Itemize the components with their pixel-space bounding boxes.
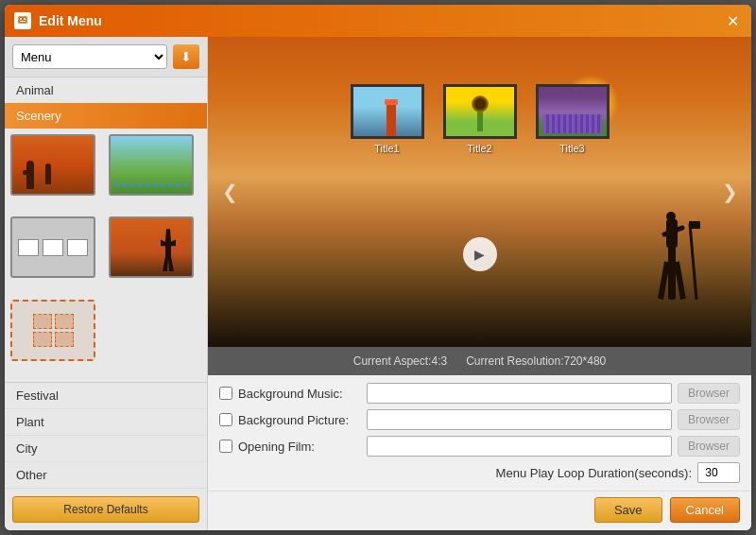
bottom-categories: Festival Plant City Other Restore Defaul… [5, 382, 207, 530]
thumb-desert[interactable] [10, 134, 95, 196]
bg-music-browser-btn[interactable]: Browser [678, 383, 740, 404]
top-category-list: Animal Scenery [5, 78, 207, 129]
opening-film-row: Opening Film: Browser [219, 436, 740, 457]
preview-thumb-3: Title3 [536, 84, 610, 154]
category-city[interactable]: City [5, 436, 207, 462]
edit-menu-dialog: Edit Menu ✕ Menu Menu 2 Menu 3 ⬇ Animal … [5, 5, 751, 530]
status-aspect: Current Aspect:4:3 [353, 354, 447, 368]
category-plant[interactable]: Plant [5, 409, 207, 436]
thumb-label-2: Title2 [467, 143, 492, 154]
save-button[interactable]: Save [594, 497, 662, 523]
thumbnails-grid [5, 129, 207, 382]
title-bar: Edit Menu ✕ [5, 5, 751, 37]
loop-value-input[interactable] [697, 462, 740, 483]
bg-music-label: Background Music: [238, 387, 361, 401]
opening-film-label: Opening Film: [238, 440, 361, 454]
bg-picture-browser-btn[interactable]: Browser [678, 409, 740, 430]
thumb-label-3: Title3 [559, 143, 585, 154]
thumb-person[interactable] [109, 216, 194, 278]
thumb-image-2 [443, 84, 517, 139]
thumb-label-1: Title1 [374, 143, 400, 154]
category-festival[interactable]: Festival [5, 383, 207, 409]
dialog-title: Edit Menu [39, 13, 102, 28]
nav-right-arrow[interactable]: ❯ [715, 178, 744, 206]
left-panel: Menu Menu 2 Menu 3 ⬇ Animal Scenery [5, 37, 208, 530]
bg-picture-checkbox[interactable] [219, 413, 232, 426]
preview-thumb-1: Title1 [351, 84, 424, 154]
thumb-green[interactable] [109, 134, 194, 196]
download-icon: ⬇ [180, 49, 192, 64]
thumb-dashed[interactable] [10, 300, 95, 361]
restore-defaults-button[interactable]: Restore Defaults [12, 496, 199, 523]
svg-rect-1 [20, 18, 22, 20]
cancel-button[interactable]: Cancel [670, 497, 740, 523]
category-other[interactable]: Other [5, 462, 207, 489]
opening-film-checkbox[interactable] [219, 440, 232, 453]
preview-thumbnails: Title1 Title2 [351, 84, 610, 154]
opening-film-browser-btn[interactable]: Browser [678, 436, 740, 457]
footer-buttons: Save Cancel [208, 491, 751, 530]
close-button[interactable]: ✕ [723, 11, 742, 30]
svg-rect-0 [18, 16, 27, 24]
status-resolution: Current Resolution:720*480 [466, 354, 606, 368]
nav-left-arrow[interactable]: ❮ [215, 178, 244, 206]
options-area: Background Music: Browser Background Pic… [208, 375, 751, 491]
dialog-icon [14, 12, 31, 29]
status-bar: Current Aspect:4:3 Current Resolution:72… [208, 347, 751, 375]
right-panel: Title1 Title2 [208, 37, 751, 530]
preview-thumb-2: Title2 [443, 84, 517, 154]
play-icon: ▶ [474, 247, 485, 262]
loop-row: Menu Play Loop Duration(seconds): [219, 462, 740, 483]
loop-label: Menu Play Loop Duration(seconds): [496, 466, 692, 480]
thumb-image-3 [536, 84, 610, 139]
dropdown-row: Menu Menu 2 Menu 3 ⬇ [5, 37, 207, 78]
bg-music-checkbox[interactable] [219, 387, 232, 400]
bg-picture-label: Background Picture: [238, 413, 361, 427]
category-scenery[interactable]: Scenery [5, 103, 207, 129]
svg-rect-3 [20, 21, 26, 22]
thumb-image-1 [351, 84, 424, 139]
preview-area: Title1 Title2 [208, 37, 751, 347]
bg-picture-input[interactable] [367, 409, 672, 430]
bg-picture-row: Background Picture: Browser [219, 409, 740, 430]
thumb-frames[interactable] [10, 216, 95, 278]
svg-rect-2 [24, 18, 26, 20]
play-button[interactable]: ▶ [463, 237, 497, 271]
title-bar-left: Edit Menu [14, 12, 102, 29]
silhouette-person [633, 158, 685, 300]
thumb-dashed-inner [33, 314, 74, 347]
category-animal[interactable]: Animal [5, 78, 207, 103]
download-button[interactable]: ⬇ [173, 44, 199, 69]
bg-music-input[interactable] [367, 383, 672, 404]
bg-music-row: Background Music: Browser [219, 383, 740, 404]
main-content: Menu Menu 2 Menu 3 ⬇ Animal Scenery [5, 37, 751, 530]
opening-film-input[interactable] [367, 436, 672, 457]
menu-select[interactable]: Menu Menu 2 Menu 3 [12, 44, 167, 69]
